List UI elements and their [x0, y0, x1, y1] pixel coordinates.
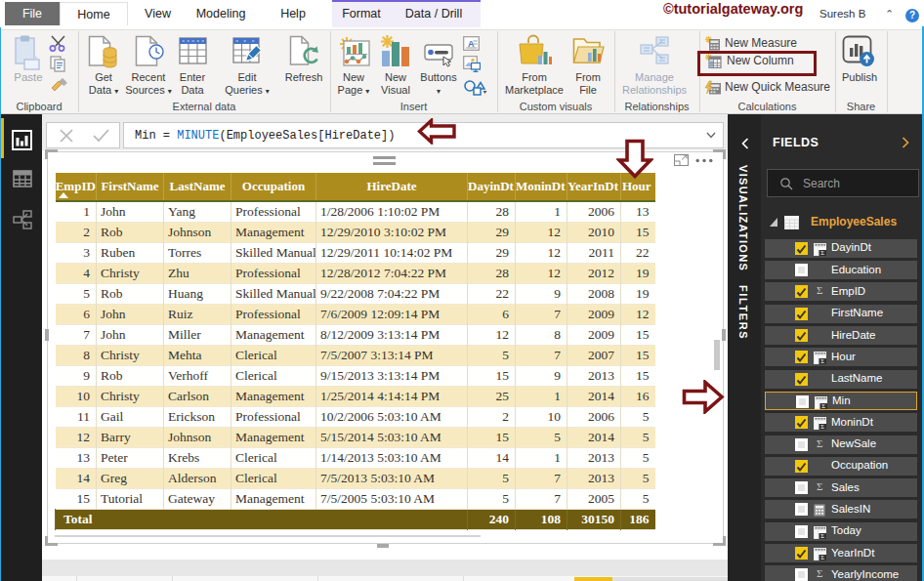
- svg-text:Σ: Σ: [820, 554, 824, 560]
- svg-text:Σ: Σ: [820, 532, 824, 539]
- svg-text:Σ: Σ: [820, 249, 824, 256]
- svg-text:Σ: Σ: [820, 423, 824, 430]
- svg-text:Σ: Σ: [821, 402, 825, 409]
- svg-text:Σ: Σ: [820, 357, 824, 364]
